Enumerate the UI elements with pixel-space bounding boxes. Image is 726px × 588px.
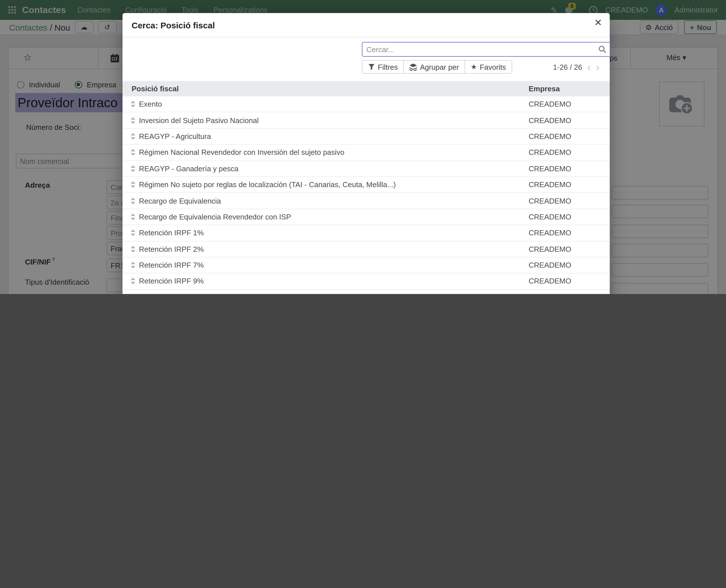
drag-handle-icon[interactable] <box>130 117 136 124</box>
company-cell: CREADEMO <box>528 213 571 221</box>
drag-handle-icon[interactable] <box>130 133 136 140</box>
company-cell: CREADEMO <box>528 245 571 253</box>
drag-handle-icon[interactable] <box>130 149 136 156</box>
column-empresa[interactable]: Empresa <box>528 84 560 93</box>
dialog-header-border <box>123 37 610 37</box>
drag-handle-icon[interactable] <box>130 245 136 253</box>
fiscal-position-name: Régimen Nacional Revendedor con Inversió… <box>139 148 344 157</box>
drag-handle-icon[interactable] <box>130 229 136 237</box>
list-item[interactable]: Retención IRPF 7% CREADEMO <box>123 257 610 274</box>
filters-button[interactable]: Filtres <box>362 60 404 74</box>
list-item[interactable]: Exento CREADEMO <box>123 97 610 112</box>
drag-handle-icon[interactable] <box>130 277 136 285</box>
list-item[interactable]: Recargo de Equivalencia CREADEMO <box>123 193 610 209</box>
group-by-button[interactable]: Agrupar per <box>403 60 465 74</box>
list-item[interactable]: Retención IRPF 2% CREADEMO <box>123 241 610 257</box>
company-cell: CREADEMO <box>528 293 571 294</box>
fiscal-position-name: Régimen No sujeto por reglas de localiza… <box>139 180 396 189</box>
pager-range: 1-26 / 26 <box>553 63 582 71</box>
fiscal-position-name: Recargo de Equivalencia <box>139 196 221 205</box>
search-icon <box>598 45 606 53</box>
drag-handle-icon[interactable] <box>130 181 136 188</box>
company-cell: CREADEMO <box>528 196 571 205</box>
fiscal-position-name: Retención IRPF 15% <box>139 293 208 294</box>
fiscal-position-name: REAGYP - Agricultura <box>139 132 211 141</box>
search-fiscal-position-dialog: Cerca: Posició fiscal × Cercar... Filtre… <box>123 13 610 294</box>
fiscal-position-name: Inversion del Sujeto Pasivo Nacional <box>139 116 258 124</box>
list-item[interactable]: Recargo de Equivalencia Revendedor con I… <box>123 209 610 225</box>
fiscal-position-name: Retención IRPF 1% <box>139 229 204 237</box>
column-posicio-fiscal[interactable]: Posició fiscal <box>131 84 179 93</box>
app-window: Contactes Contactes Configuració Tools P… <box>0 0 726 294</box>
list-header: Posició fiscal Empresa <box>123 81 610 97</box>
drag-handle-icon[interactable] <box>130 100 136 108</box>
list-item[interactable]: REAGYP - Ganadería y pesca CREADEMO <box>123 161 610 177</box>
list-item[interactable]: Retención IRPF 1% CREADEMO <box>123 225 610 241</box>
list-item[interactable]: Retención IRPF 15% CREADEMO <box>123 290 610 294</box>
close-icon[interactable]: × <box>595 17 602 29</box>
dialog-title: Cerca: Posició fiscal <box>131 20 215 30</box>
fiscal-position-name: REAGYP - Ganadería y pesca <box>139 164 238 173</box>
company-cell: CREADEMO <box>528 100 571 108</box>
drag-handle-icon[interactable] <box>130 165 136 172</box>
list-item[interactable]: REAGYP - Agricultura CREADEMO <box>123 129 610 145</box>
fiscal-position-name: Recargo de Equivalencia Revendedor con I… <box>139 213 291 221</box>
list-item[interactable]: Régimen Nacional Revendedor con Inversió… <box>123 145 610 161</box>
star-icon: ★ <box>471 63 477 71</box>
list-item[interactable]: Régimen No sujeto por reglas de localiza… <box>123 177 610 193</box>
funnel-icon <box>368 63 375 70</box>
fiscal-position-name: Retención IRPF 9% <box>139 277 204 286</box>
favorites-button[interactable]: ★ Favorits <box>464 60 512 74</box>
company-cell: CREADEMO <box>528 132 571 141</box>
fiscal-position-name: Retención IRPF 7% <box>139 261 204 269</box>
company-cell: CREADEMO <box>528 164 571 173</box>
drag-handle-icon[interactable] <box>130 197 136 204</box>
drag-handle-icon[interactable] <box>130 294 136 294</box>
company-cell: CREADEMO <box>528 261 571 269</box>
company-cell: CREADEMO <box>528 116 571 124</box>
company-cell: CREADEMO <box>528 277 571 286</box>
pager-next-icon[interactable]: › <box>596 62 600 72</box>
fiscal-position-name: Retención IRPF 2% <box>139 245 204 253</box>
search-view-buttons: Filtres Agrupar per ★ Favorits <box>362 60 512 74</box>
company-cell: CREADEMO <box>528 229 571 237</box>
fiscal-position-list: Exento CREADEMO Inversion del Sujeto Pas… <box>123 97 610 294</box>
pager-previous-icon[interactable]: ‹ <box>587 62 591 72</box>
layers-icon <box>410 63 417 70</box>
fiscal-position-name: Exento <box>139 100 162 108</box>
search-input[interactable]: Cercar... <box>362 42 611 57</box>
list-item[interactable]: Inversion del Sujeto Pasivo Nacional CRE… <box>123 112 610 129</box>
pager: 1-26 / 26 ‹ › <box>553 60 600 74</box>
drag-handle-icon[interactable] <box>130 261 136 269</box>
list-item[interactable]: Retención IRPF 9% CREADEMO <box>123 274 610 290</box>
drag-handle-icon[interactable] <box>130 213 136 220</box>
company-cell: CREADEMO <box>528 148 571 157</box>
company-cell: CREADEMO <box>528 180 571 189</box>
